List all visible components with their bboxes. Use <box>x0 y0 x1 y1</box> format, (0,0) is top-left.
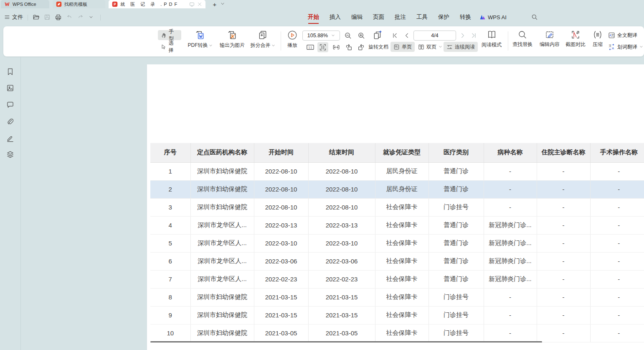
compress-button[interactable]: 压缩 <box>589 29 606 54</box>
screenshot-compare-button[interactable]: 截图对比 <box>563 29 588 54</box>
table-cell: 居民身份证 <box>375 162 428 180</box>
ribbon-tab[interactable]: 保护 <box>438 8 450 26</box>
window-tab-bar: WPS Office 找稻壳模板 P 就 医 记 录 .PDF + <box>0 0 644 8</box>
open-file-button[interactable] <box>33 13 40 21</box>
ribbon-tab[interactable]: 编辑 <box>351 8 363 26</box>
table-cell: 2021-03-15 <box>308 288 375 306</box>
last-page-icon <box>470 32 477 39</box>
table-cell: - <box>537 198 590 216</box>
table-cell: 2022-03-13 <box>308 216 375 234</box>
pen-icon <box>6 134 14 142</box>
monitor-icon[interactable] <box>189 2 195 7</box>
chevron-down-icon <box>89 15 94 20</box>
read-mode-button[interactable]: 阅读模式 <box>479 29 505 54</box>
fit-width-button[interactable] <box>331 42 342 52</box>
zoom-out-button[interactable] <box>342 31 353 41</box>
table-row: 2深圳市妇幼保健院2022-08-102022-08-10居民身份证普通门诊--… <box>150 180 644 198</box>
table-header-cell: 开始时间 <box>254 143 308 162</box>
rotate-left-button[interactable] <box>343 42 354 52</box>
previous-page-button[interactable] <box>403 31 411 40</box>
next-page-button[interactable] <box>459 31 467 40</box>
table-cell: 社会保障卡 <box>375 216 428 234</box>
play-button[interactable]: 播放 <box>283 29 302 54</box>
comments-panel-button[interactable] <box>5 100 15 109</box>
tab-docer-templates[interactable]: 找稻壳模板 <box>53 0 105 8</box>
table-cell: - <box>590 324 644 342</box>
fit-page-button[interactable] <box>317 42 328 52</box>
table-cell: 10 <box>150 324 190 342</box>
close-tab-icon[interactable] <box>197 2 202 7</box>
last-page-button[interactable] <box>469 31 478 40</box>
find-replace-button[interactable]: 查找替换 <box>510 29 535 54</box>
undo-redo-dropdown[interactable] <box>89 13 94 21</box>
menu-search-button[interactable] <box>531 13 538 21</box>
wps-ai-button[interactable]: WPS AI <box>479 13 507 21</box>
pdf-convert-button[interactable]: PDF转换 <box>182 29 218 54</box>
undo-button[interactable] <box>66 13 73 21</box>
select-tool-label: 选择 <box>169 40 178 54</box>
compress-label: 压缩 <box>593 41 603 48</box>
hand-tool-button[interactable]: 手型 <box>158 30 181 40</box>
actual-size-button[interactable]: 1:1 <box>305 42 316 52</box>
word-translate-label: 划词翻译 <box>617 43 637 51</box>
bookmark-icon <box>6 68 14 76</box>
wps-ai-label: WPS AI <box>488 14 507 20</box>
layers-panel-button[interactable] <box>5 150 15 159</box>
table-cell: - <box>590 216 644 234</box>
edit-content-button[interactable]: 编辑内容 <box>537 29 562 54</box>
table-header-cell: 就诊凭证类型 <box>375 143 428 162</box>
swap-pages-button[interactable] <box>372 30 384 41</box>
single-page-button[interactable]: 单页 <box>390 42 415 52</box>
zoom-level-combo[interactable]: 105.88% <box>302 31 340 41</box>
left-panel-sidebar <box>0 56 21 350</box>
file-menu-button[interactable]: 文件 <box>4 13 23 21</box>
save-button[interactable] <box>44 13 51 21</box>
word-translate-button[interactable]: 文 A 划词翻译 <box>607 42 644 52</box>
table-header-cell: 医疗类别 <box>428 143 484 162</box>
ribbon-tab[interactable]: 工具 <box>416 8 428 26</box>
attachments-panel-button[interactable] <box>5 117 15 126</box>
image-icon <box>6 84 14 92</box>
zoom-in-button[interactable] <box>356 31 367 41</box>
signature-panel-button[interactable] <box>5 133 15 143</box>
ribbon-tab[interactable]: 开始 <box>307 8 319 26</box>
ribbon-tab[interactable]: 批注 <box>394 8 406 26</box>
thumbnails-panel-button[interactable] <box>5 83 15 92</box>
ribbon-tab[interactable]: 页面 <box>373 8 385 26</box>
table-cell: 社会保障卡 <box>375 252 428 270</box>
split-merge-label: 拆分合并 <box>251 42 271 49</box>
split-merge-button[interactable]: 拆分合并 <box>246 29 280 54</box>
chevron-down-icon <box>271 44 275 47</box>
select-tool-button[interactable]: 选择 <box>158 42 181 52</box>
print-button[interactable] <box>55 13 62 21</box>
ribbon-tab[interactable]: 转换 <box>459 8 472 26</box>
table-cell: 2021-03-15 <box>254 288 308 306</box>
swap-pages-icon <box>373 30 383 41</box>
toolbar-panel: 手型 选择 PDF转换 输出为图片 <box>3 26 644 56</box>
export-image-button[interactable]: 输出为图片 <box>216 29 248 54</box>
table-cell: 2022-02-23 <box>254 270 308 288</box>
table-cell: - <box>484 180 537 198</box>
table-cell: - <box>590 198 644 216</box>
tab-list-chevron-icon[interactable] <box>220 1 225 6</box>
double-page-button[interactable]: 双页 <box>415 42 445 52</box>
bookmarks-panel-button[interactable] <box>5 67 15 76</box>
svg-text:P: P <box>114 2 116 6</box>
find-replace-icon <box>517 30 527 40</box>
full-translate-button[interactable]: A 文 全文翻译 <box>607 30 638 40</box>
new-tab-button[interactable]: + <box>210 0 219 8</box>
continuous-reading-button[interactable]: 连续阅读 <box>444 42 478 52</box>
redo-button[interactable] <box>77 13 84 21</box>
rotate-right-button[interactable] <box>356 42 367 52</box>
first-page-button[interactable] <box>391 31 399 40</box>
table-row: 6深圳市龙华区人...2022-03-062022-03-06社会保障卡普通门诊… <box>150 252 644 270</box>
play-icon <box>287 30 298 41</box>
svg-text:文: 文 <box>611 33 614 37</box>
page-number-input[interactable] <box>413 31 456 41</box>
ribbon-tab[interactable]: 插入 <box>329 8 341 26</box>
rotate-doc-label[interactable]: 旋转文档 <box>368 42 388 51</box>
tab-document-active[interactable]: P 就 医 记 录 .PDF <box>109 0 205 8</box>
tab-wps-office[interactable]: WPS Office <box>1 0 49 8</box>
chevron-down-icon <box>639 46 643 48</box>
table-header-cell: 序号 <box>150 143 190 162</box>
